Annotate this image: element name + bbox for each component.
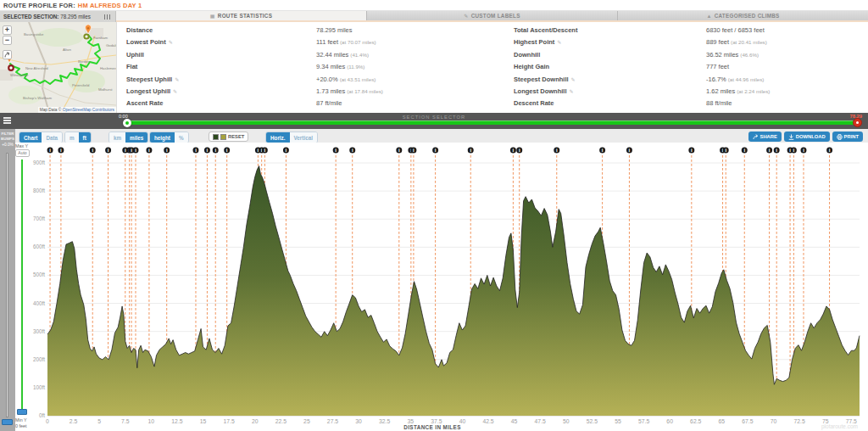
tab-categorised-climbs[interactable]: ▲ CATEGORISED CLIMBS: [618, 11, 868, 20]
edit-icon[interactable]: ✎: [175, 77, 179, 82]
tab-label: ROUTE STATISTICS: [218, 13, 272, 19]
y-tick-label: 900ft: [33, 160, 45, 165]
edit-icon[interactable]: ✎: [173, 89, 177, 94]
stat-value: 9.34 miles(11.9%): [316, 63, 364, 70]
x-tick-label: 45: [511, 418, 518, 424]
town-label: Petersfield: [72, 83, 90, 87]
map-canvas[interactable]: BasingstokeFarnhamGodalmingAltonBordonHa…: [0, 22, 116, 113]
metres-unit-button[interactable]: m: [65, 132, 79, 143]
vertical-orientation-button[interactable]: Vertical: [290, 132, 317, 143]
edit-icon[interactable]: ✎: [570, 89, 574, 94]
section-slider-track[interactable]: [127, 120, 860, 125]
x-tick-label: 12.5: [171, 418, 182, 424]
x-tick-label: 2.5: [70, 418, 78, 424]
stat-value: 1.73 miles(at 17.84 miles): [316, 87, 383, 95]
stat-label: Steepest Downhill✎: [514, 76, 576, 83]
filter-bumps-strip: FILTER BUMPS +0.0%: [0, 129, 15, 431]
town-label: Bishop's Waltham: [23, 96, 53, 100]
y-range-slider-track[interactable]: [21, 160, 23, 411]
stat-label: Uphill: [126, 51, 144, 59]
x-tick-label: 7.5: [121, 418, 130, 424]
y-tick-label: 0ft: [39, 412, 45, 418]
stat-value: 36.52 miles(46.6%): [706, 51, 759, 59]
town-label: Bordon: [78, 59, 90, 64]
filter-bumps-slider-track[interactable]: [6, 153, 8, 417]
color-swatch-light[interactable]: [220, 134, 226, 140]
edit-icon[interactable]: ✎: [169, 40, 173, 45]
page-title: ROUTE PROFILE FOR:HM ALFREDS DAY 1: [0, 0, 868, 11]
stat-value: 87 ft/mile: [316, 99, 342, 107]
x-tick-label: 57.5: [638, 418, 649, 424]
share-button[interactable]: SHARE: [748, 132, 782, 142]
download-button[interactable]: DOWNLOAD: [784, 132, 830, 142]
stat-label: Downhill: [514, 51, 540, 59]
edit-icon[interactable]: ✎: [571, 77, 576, 82]
map-attribution: Map Data © OpenStreetMap Contributors: [38, 107, 116, 113]
tab-route-statistics[interactable]: ▦ ROUTE STATISTICS: [116, 11, 366, 20]
stat-label: Height Gain: [514, 63, 549, 70]
x-tick-label: 37.5: [431, 418, 442, 424]
route-profile-app: ROUTE PROFILE FOR:HM ALFREDS DAY 1 SELEC…: [0, 0, 868, 431]
miles-unit-button[interactable]: miles: [125, 132, 147, 143]
stat-note: (at 44.96 miles): [728, 76, 765, 82]
x-tick-label: 52.5: [587, 418, 598, 424]
section-slider-handle-start[interactable]: [123, 119, 131, 127]
reset-colors-button[interactable]: RESET: [209, 132, 248, 142]
reset-label: RESET: [228, 134, 244, 139]
x-tick-label: 25: [303, 418, 310, 424]
percent-mode-button[interactable]: %: [175, 132, 188, 143]
stat-label: Steepest Uphill✎: [126, 76, 179, 83]
finish-marker[interactable]: [8, 65, 14, 70]
y-range-slider-handle[interactable]: [17, 409, 27, 415]
stat-note: (at 20.41 miles): [731, 39, 767, 45]
horizontal-orientation-button[interactable]: Horiz.: [266, 132, 290, 143]
height-mode-button[interactable]: height: [150, 132, 175, 143]
stat-label: Highest Point✎: [514, 38, 561, 46]
tab-custom-labels[interactable]: ✎ CUSTOM LABELS: [367, 11, 617, 20]
share-label: SHARE: [760, 134, 777, 139]
max-y-label: Max Y: [15, 143, 28, 148]
color-swatch-dark[interactable]: [213, 134, 219, 140]
x-tick-label: 15: [200, 418, 207, 424]
section-slider-handle-end[interactable]: [853, 118, 862, 127]
share-icon: [753, 134, 759, 140]
elevation-area[interactable]: [47, 166, 860, 416]
map-locate-button[interactable]: [3, 50, 12, 59]
km-unit-button[interactable]: km: [109, 132, 125, 143]
y-tick-label: 200ft: [33, 356, 45, 362]
stat-value: 88 ft/mile: [706, 99, 732, 107]
stats-tabs: ▦ ROUTE STATISTICS ✎ CUSTOM LABELS ▲ CAT…: [116, 11, 868, 22]
data-view-button[interactable]: Data: [42, 132, 62, 143]
print-button[interactable]: PRINT: [832, 132, 863, 142]
x-tick-label: 42.5: [482, 418, 493, 424]
drag-grip-icon[interactable]: [104, 14, 111, 20]
auto-scale-button[interactable]: Auto: [15, 149, 30, 157]
x-tick-label: 20: [252, 418, 259, 424]
town-label: Winchester: [10, 73, 29, 77]
section-selector-title: SECTION SELECTOR: [0, 115, 868, 120]
x-tick-label: 67.5: [742, 418, 753, 424]
stat-label: Lowest Point✎: [126, 38, 173, 46]
route-map[interactable]: BasingstokeFarnhamGodalmingAltonBordonHa…: [0, 22, 116, 113]
pin-dot: [87, 27, 89, 29]
attribution-link[interactable]: OpenStreetMap Contributors: [63, 108, 114, 112]
map-zoom-out-button[interactable]: −: [3, 36, 12, 45]
chart-view-button[interactable]: Chart: [19, 132, 42, 143]
feet-unit-button[interactable]: ft: [79, 132, 91, 143]
stat-label: Distance: [126, 26, 153, 34]
stat-note: (at 2.24 miles): [737, 88, 770, 94]
section-selector: 0:00 SECTION SELECTOR 78.29: [0, 113, 868, 129]
edit-icon[interactable]: ✎: [557, 40, 561, 45]
y-tick-label: 700ft: [33, 216, 45, 221]
filter-bumps-slider-handle[interactable]: [2, 419, 13, 425]
stat-label: Longest Downhill✎: [514, 87, 574, 95]
map-zoom-in-button[interactable]: +: [3, 25, 12, 35]
stat-value: 32.44 miles(41.4%): [316, 51, 369, 59]
filter-bumps-value: +0.0%: [0, 143, 15, 147]
selected-section-value: 78.295 miles: [60, 14, 91, 20]
elevation-plot[interactable]: iiiiiiiiiiiiiiiiiiiiiiiiiiiiiiiiiiiiiiii…: [0, 143, 868, 431]
waypoint-marker[interactable]: [84, 34, 88, 38]
x-tick-label: 65: [719, 418, 726, 424]
x-tick-label: 35: [407, 418, 414, 424]
stat-value: 889 feet(at 20.41 miles): [706, 38, 767, 46]
